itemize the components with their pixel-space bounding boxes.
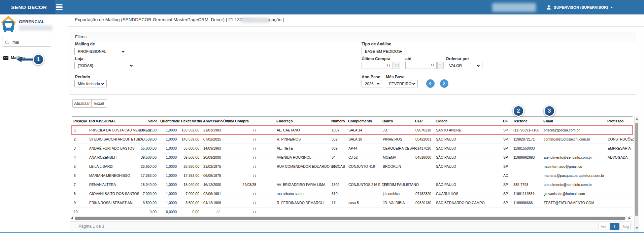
excel-button[interactable]: Excel bbox=[91, 99, 107, 108]
col-header-posicao[interactable]: Posição bbox=[72, 116, 87, 125]
scroll-up-icon[interactable] bbox=[636, 118, 638, 120]
chevron-down-icon bbox=[412, 82, 415, 85]
tipo-analise-select[interactable]: BASE EM PEDIDOS bbox=[362, 48, 405, 55]
telefone-cell: 11982072171 bbox=[511, 134, 542, 144]
cidade-cell: SÃO PAULO bbox=[434, 180, 501, 189]
col-header-cep[interactable]: CEP bbox=[413, 116, 434, 125]
valor-cell: 15.040,00 bbox=[135, 180, 159, 189]
vertical-scrollbar[interactable] bbox=[634, 116, 639, 232]
numero-cell: 689 bbox=[330, 144, 346, 153]
ate-date-input[interactable]: / / bbox=[405, 62, 437, 69]
page-status: Página 1 de 1 bbox=[78, 224, 104, 229]
col-header-ultima-compra[interactable]: Última Compra bbox=[222, 116, 275, 125]
aniversario-cell: 16/12/2000 bbox=[201, 180, 222, 189]
vertical-scrollbar-thumb[interactable] bbox=[635, 123, 638, 216]
col-header-aniversario[interactable]: Aniversário bbox=[201, 116, 222, 125]
scroll-right-icon[interactable] bbox=[629, 217, 631, 220]
horizontal-scrollbar[interactable] bbox=[71, 217, 632, 220]
search-input[interactable] bbox=[12, 40, 43, 45]
cidade-cell: SAO PAULO bbox=[434, 144, 501, 153]
sidebar-search[interactable] bbox=[2, 38, 51, 47]
ticket-medio-cell: 39.506,00 bbox=[179, 153, 201, 162]
ultima-compra-cell: / / bbox=[222, 162, 275, 171]
col-header-endereco[interactable]: Endereço bbox=[275, 116, 330, 125]
ticket-medio-cell: 17.353,00 bbox=[179, 171, 201, 180]
table-row[interactable]: 9ERIKA ROSSI SEBASTIANI3.500,001,00003.5… bbox=[72, 198, 633, 207]
hamburger-menu-icon[interactable] bbox=[56, 4, 63, 10]
table-row[interactable]: 4ANA ROZENBLIT39.506,001,000039.506,0020… bbox=[72, 153, 633, 162]
ordenar-por-select[interactable]: VALOR bbox=[446, 62, 482, 69]
numero-cell: 310 bbox=[330, 189, 346, 198]
app-window: SEND DECOR SUPERVISOR (SUPERVISOR) GEREN… bbox=[0, 0, 644, 234]
uf-cell: SP bbox=[501, 144, 511, 153]
email-cell: atendimento@sendinfo.com.br bbox=[542, 180, 606, 189]
endereco-cell bbox=[275, 207, 330, 216]
table-row[interactable]: 6MARIANA MENEGHISSO17.353,001,000017.353… bbox=[72, 171, 633, 180]
next-page-button[interactable]: Seg bbox=[621, 223, 631, 230]
ultima-compra-date-input[interactable]: / / bbox=[362, 62, 393, 69]
posicao-cell: 6 bbox=[72, 171, 87, 180]
col-header-cidade[interactable]: Cidade bbox=[434, 116, 501, 125]
col-header-quantidade[interactable]: Quantidade bbox=[159, 116, 179, 125]
quantidade-cell: 1,0000 bbox=[159, 162, 179, 171]
profissao-cell: ADVOGADA bbox=[606, 153, 633, 162]
mes-base-select[interactable]: FEVEREIRO bbox=[386, 80, 418, 87]
table-row[interactable]: 8GIOVANI SAITO DOS SANTOS7.000,001,00007… bbox=[72, 189, 633, 198]
complemento-cell: casa 5 bbox=[346, 198, 381, 207]
table-row[interactable]: 3ANDRÉ FURTADO BASTOS55.000,001,000055.0… bbox=[72, 144, 633, 153]
horizontal-scrollbar-thumb[interactable] bbox=[75, 217, 625, 220]
prev-page-button[interactable]: Ant bbox=[599, 223, 608, 230]
table-row[interactable]: 100,000,00000,00/ // / bbox=[72, 207, 633, 216]
cep-cell bbox=[413, 207, 434, 216]
user-menu[interactable]: SUPERVISOR (SUPERVISOR) bbox=[546, 0, 613, 14]
results-table: PosiçãoPROFISSIONALValorQuantidadeTicket… bbox=[71, 116, 633, 217]
next-month-button[interactable] bbox=[440, 79, 448, 88]
page-1-button[interactable]: 1 bbox=[610, 223, 619, 230]
pager: Ant 1 Seg bbox=[599, 223, 631, 230]
prev-month-button[interactable] bbox=[426, 79, 435, 88]
col-header-profissional[interactable]: PROFISSIONAL bbox=[87, 116, 135, 125]
quantidade-cell: 1,0000 bbox=[159, 189, 179, 198]
loja-select[interactable]: [TODAS] bbox=[74, 62, 135, 69]
col-header-bairro[interactable]: Bairro bbox=[381, 116, 413, 125]
col-header-uf[interactable]: UF bbox=[501, 116, 511, 125]
table-row[interactable]: 2STUDIO SACCHI ARQUITETURA143.539,001,00… bbox=[72, 134, 633, 144]
topbar: SEND DECOR SUPERVISOR (SUPERVISOR) bbox=[0, 0, 644, 14]
endereco-cell: RUA COMENDADOR EDUARDO SACCAB bbox=[275, 162, 330, 171]
telefone-cell: (11) 96391-7106 bbox=[511, 125, 542, 134]
telefone-cell: 11981550003 bbox=[511, 144, 542, 153]
tipo-analise-label: Tipo de Análise bbox=[362, 42, 391, 46]
calendar-button[interactable] bbox=[394, 62, 400, 69]
col-header-profissao[interactable]: Profissão bbox=[606, 116, 633, 125]
quantidade-cell: 1,0000 bbox=[159, 134, 179, 144]
scroll-left-icon[interactable] bbox=[71, 217, 73, 220]
redacted-title-text bbox=[241, 17, 269, 23]
col-header-telefone[interactable]: Telefone bbox=[511, 116, 542, 125]
col-header-valor[interactable]: Valor bbox=[135, 116, 159, 125]
scroll-down-icon[interactable] bbox=[636, 227, 638, 229]
calendar-button[interactable] bbox=[437, 62, 444, 69]
search-icon bbox=[5, 40, 9, 45]
ano-base-select[interactable]: 2026 bbox=[362, 80, 382, 87]
table-row[interactable]: 7RENAN ALTERA15.040,001,000015.040,0016/… bbox=[72, 180, 633, 189]
chevron-down-icon bbox=[377, 82, 379, 85]
periodo-select[interactable]: Mês fechado bbox=[74, 80, 107, 87]
valor-cell: 143.539,00 bbox=[135, 134, 159, 144]
col-header-complemento[interactable]: Complemento bbox=[346, 116, 381, 125]
col-header-email[interactable]: Email bbox=[542, 116, 606, 125]
annotation-badge-3: 3 bbox=[544, 105, 555, 117]
posicao-cell: 7 bbox=[72, 180, 87, 189]
atualizar-button[interactable]: Atualizar bbox=[72, 99, 92, 108]
calendar-icon bbox=[395, 64, 399, 67]
table-row[interactable]: 5LEILA LIBARDI25.650,001,000025.650,0021… bbox=[72, 162, 633, 171]
profissional-cell: LEILA LIBARDI bbox=[87, 162, 135, 171]
periodo-label: Período bbox=[75, 75, 90, 79]
table-row[interactable]: 1PRISCILA DA COSTA CAU VERONESI183.582,0… bbox=[72, 125, 633, 134]
cep-cell: 09070210 bbox=[413, 125, 434, 134]
aniversario-cell: 07/02/2025 bbox=[201, 134, 222, 144]
aniversario-cell: 06/05/1978 bbox=[201, 171, 222, 180]
aniversario-cell: 02/06/1991 bbox=[201, 189, 222, 198]
col-header-ticket-medio[interactable]: Ticket Médio bbox=[179, 116, 201, 125]
mailing-de-select[interactable]: PROFISSIONAL bbox=[74, 48, 127, 55]
col-header-numero[interactable]: Número bbox=[330, 116, 346, 125]
